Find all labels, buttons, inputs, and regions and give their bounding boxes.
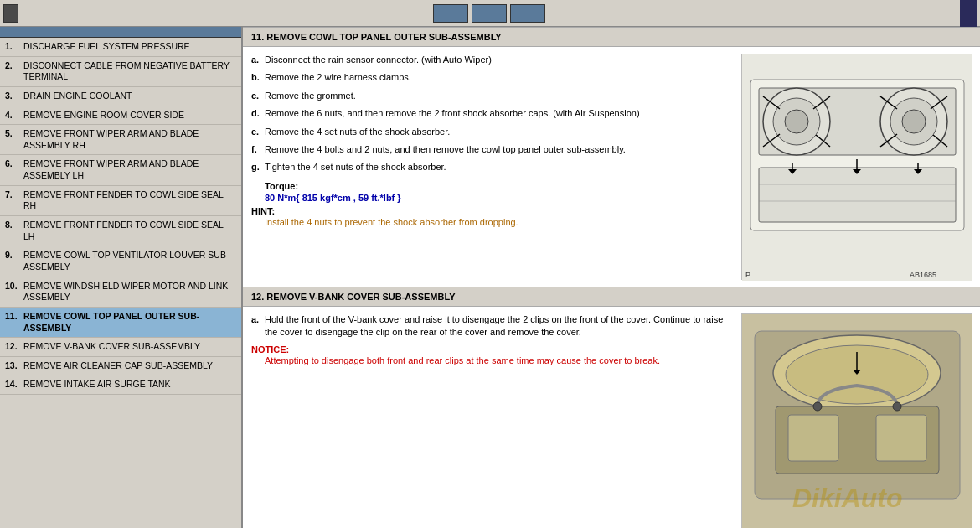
- sidebar-item-num: 2.: [5, 60, 23, 83]
- diagram-2: DikiAuto: [741, 313, 972, 528]
- new-button[interactable]: [510, 4, 545, 23]
- sidebar-item-13[interactable]: 13.REMOVE AIR CLEANER CAP SUB-ASSEMBLY: [0, 357, 241, 376]
- sidebar-item-num: 3.: [5, 91, 23, 102]
- step-text: Remove the 4 set nuts of the shock absor…: [265, 126, 450, 138]
- step-letter: a.: [251, 313, 261, 339]
- sidebar-item-label: REMOVE COWL TOP VENTILATOR LOUVER SUB-AS…: [23, 250, 236, 272]
- step-letter: a.: [251, 54, 261, 66]
- sidebar-item-10[interactable]: 10.REMOVE WINDSHIELD WIPER MOTOR AND LIN…: [0, 277, 241, 308]
- svg-rect-33: [788, 415, 838, 461]
- outline-toggle-button[interactable]: [3, 4, 18, 23]
- step-text: Tighten the 4 set nuts of the shock abso…: [265, 161, 446, 173]
- step-letter: d.: [251, 107, 261, 120]
- sidebar-item-num: 10.: [5, 281, 23, 303]
- sidebar-item-label: REMOVE COWL TOP PANEL OUTER SUB-ASSEMBLY: [23, 311, 236, 334]
- toolbar: [0, 0, 980, 27]
- sidebar: 1.DISCHARGE FUEL SYSTEM PRESSURE2.DISCON…: [0, 27, 243, 528]
- torque-block: Torque:80 N*m{ 815 kgf*cm , 59 ft.*lbf }: [265, 181, 733, 203]
- sidebar-item-label: DRAIN ENGINE COOLANT: [23, 91, 132, 102]
- step-text: Remove the 6 nuts, and then remove the 2…: [265, 107, 640, 120]
- sidebar-item-num: 11.: [5, 311, 23, 334]
- sidebar-item-2[interactable]: 2.DISCONNECT CABLE FROM NEGATIVE BATTERY…: [0, 57, 241, 87]
- notice-block: NOTICE:Attempting to disengage both fron…: [251, 344, 733, 367]
- step-letter: c.: [251, 90, 261, 102]
- svg-rect-17: [759, 168, 956, 222]
- sidebar-item-4[interactable]: 4.REMOVE ENGINE ROOM COVER SIDE: [0, 106, 241, 126]
- sidebar-item-num: 9.: [5, 250, 23, 272]
- svg-text:P: P: [745, 271, 750, 279]
- back-button[interactable]: [472, 4, 507, 23]
- step-1-6: f.Remove the 4 bolts and 2 nuts, and the…: [251, 143, 733, 156]
- section-header-2: 12. REMOVE V-BANK COVER SUB-ASSEMBLY: [243, 287, 980, 307]
- sidebar-item-1[interactable]: 1.DISCHARGE FUEL SYSTEM PRESSURE: [0, 38, 241, 57]
- sidebar-item-label: REMOVE FRONT WIPER ARM AND BLADE ASSEMBL…: [23, 158, 236, 181]
- sidebar-item-num: 8.: [5, 220, 23, 242]
- sidebar-item-num: 13.: [5, 360, 23, 372]
- hint-block: HINT:Install the 4 nuts to prevent the s…: [251, 206, 733, 229]
- sidebar-item-label: DISCHARGE FUEL SYSTEM PRESSURE: [23, 41, 190, 53]
- hint-label: HINT:: [251, 206, 275, 216]
- sidebar-item-9[interactable]: 9.REMOVE COWL TOP VENTILATOR LOUVER SUB-…: [0, 246, 241, 277]
- step-text: Remove the 2 wire harness clamps.: [265, 71, 411, 84]
- main-container: 1.DISCHARGE FUEL SYSTEM PRESSURE2.DISCON…: [0, 27, 980, 528]
- sidebar-item-label: REMOVE AIR CLEANER CAP SUB-ASSEMBLY: [23, 360, 213, 372]
- step-letter: g.: [251, 161, 261, 173]
- sidebar-item-label: DISCONNECT CABLE FROM NEGATIVE BATTERY T…: [23, 60, 236, 83]
- sidebar-item-label: REMOVE INTAKE AIR SURGE TANK: [23, 379, 171, 391]
- section-body-1: a.Disconnect the rain sensor connector. …: [243, 47, 980, 287]
- sidebar-item-6[interactable]: 6.REMOVE FRONT WIPER ARM AND BLADE ASSEM…: [0, 155, 241, 185]
- sidebar-item-7[interactable]: 7.REMOVE FRONT FENDER TO COWL SIDE SEAL …: [0, 186, 241, 216]
- sidebar-item-label: REMOVE FRONT FENDER TO COWL SIDE SEAL RH: [23, 189, 236, 212]
- notice-label: NOTICE:: [251, 344, 289, 355]
- sidebar-item-label: REMOVE ENGINE ROOM COVER SIDE: [23, 110, 184, 122]
- sidebar-item-8[interactable]: 8.REMOVE FRONT FENDER TO COWL SIDE SEAL …: [0, 216, 241, 246]
- sidebar-item-label: REMOVE V-BANK COVER SUB-ASSEMBLY: [23, 341, 200, 353]
- step-text: Disconnect the rain sensor connector. (w…: [265, 54, 492, 66]
- sidebar-item-3[interactable]: 3.DRAIN ENGINE COOLANT: [0, 87, 241, 106]
- step-1-3: c.Remove the grommet.: [251, 90, 733, 102]
- step-letter: e.: [251, 126, 261, 138]
- step-1-1: a.Disconnect the rain sensor connector. …: [251, 54, 733, 66]
- sidebar-item-label: REMOVE FRONT WIPER ARM AND BLADE ASSEMBL…: [23, 128, 236, 151]
- step-text: Hold the front of the V-bank cover and r…: [265, 313, 733, 339]
- step-letter: b.: [251, 71, 261, 84]
- sidebar-scroll[interactable]: 1.DISCHARGE FUEL SYSTEM PRESSURE2.DISCON…: [0, 38, 241, 528]
- torque-value: 80 N*m{ 815 kgf*cm , 59 ft.*lbf }: [265, 193, 733, 203]
- sidebar-item-num: 12.: [5, 341, 23, 353]
- content-area[interactable]: 11. REMOVE COWL TOP PANEL OUTER SUB-ASSE…: [243, 27, 980, 528]
- sidebar-item-num: 6.: [5, 158, 23, 181]
- section-body-2: a.Hold the front of the V-bank cover and…: [243, 307, 980, 528]
- svg-point-36: [893, 402, 901, 411]
- hint-text: Install the 4 nuts to prevent the shock …: [265, 216, 733, 229]
- torque-label: Torque:: [265, 181, 733, 191]
- sidebar-item-label: REMOVE FRONT FENDER TO COWL SIDE SEAL LH: [23, 220, 236, 242]
- sidebar-header: [0, 27, 241, 38]
- step-1-2: b.Remove the 2 wire harness clamps.: [251, 71, 733, 84]
- step-1-5: e.Remove the 4 set nuts of the shock abs…: [251, 126, 733, 138]
- svg-text:DikiAuto: DikiAuto: [792, 483, 903, 513]
- sidebar-item-14[interactable]: 14.REMOVE INTAKE AIR SURGE TANK: [0, 375, 241, 395]
- step-text: Remove the grommet.: [265, 90, 356, 102]
- sidebar-item-num: 4.: [5, 110, 23, 122]
- sidebar-item-num: 14.: [5, 379, 23, 391]
- sidebar-item-label: REMOVE WINDSHIELD WIPER MOTOR AND LINK A…: [23, 281, 236, 303]
- sidebar-item-num: 1.: [5, 41, 23, 53]
- svg-rect-34: [876, 415, 926, 461]
- sidebar-item-11[interactable]: 11.REMOVE COWL TOP PANEL OUTER SUB-ASSEM…: [0, 308, 241, 338]
- step-2-1: a.Hold the front of the V-bank cover and…: [251, 313, 733, 339]
- section-header-1: 11. REMOVE COWL TOP PANEL OUTER SUB-ASSE…: [243, 27, 980, 47]
- sidebar-item-12[interactable]: 12.REMOVE V-BANK COVER SUB-ASSEMBLY: [0, 338, 241, 357]
- sidebar-item-num: 7.: [5, 189, 23, 212]
- step-letter: f.: [251, 143, 261, 156]
- svg-point-5: [785, 110, 808, 133]
- diagram-1: P AB1685: [741, 54, 972, 280]
- step-1-7: g.Tighten the 4 set nuts of the shock ab…: [251, 161, 733, 173]
- sidebar-item-5[interactable]: 5.REMOVE FRONT WIPER ARM AND BLADE ASSEM…: [0, 125, 241, 155]
- sidebar-item-num: 5.: [5, 128, 23, 151]
- svg-text:AB1685: AB1685: [910, 271, 936, 279]
- step-1-4: d.Remove the 6 nuts, and then remove the…: [251, 107, 733, 120]
- svg-point-12: [902, 110, 926, 133]
- top-button[interactable]: [433, 4, 468, 23]
- notice-text: Attempting to disengage both front and r…: [265, 355, 733, 367]
- brand-label: [960, 0, 977, 27]
